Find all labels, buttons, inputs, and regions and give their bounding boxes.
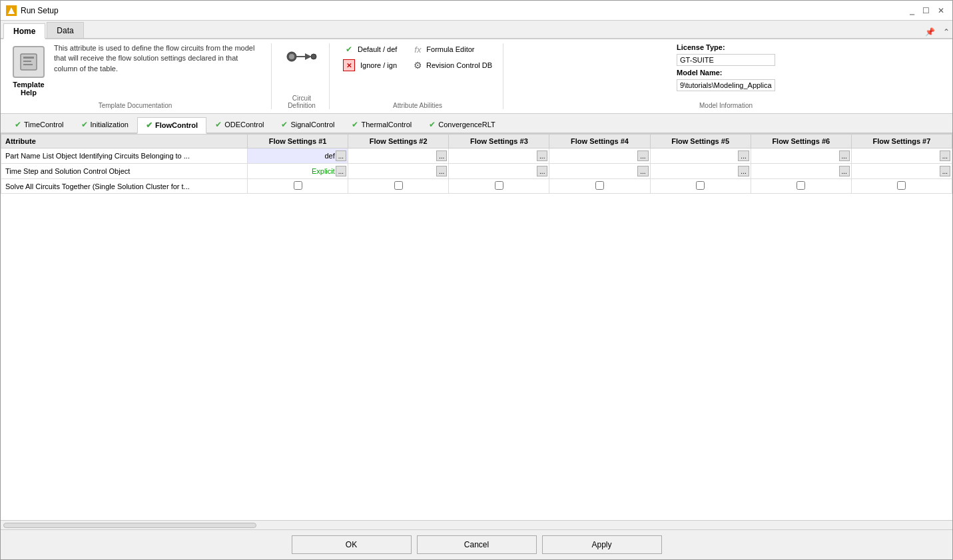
row2-col2-browse[interactable]: ... — [436, 166, 447, 176]
ribbon: TemplateHelp This attribute is used to d… — [1, 39, 952, 114]
row3-col6 — [751, 179, 851, 194]
subtab-flowcontrol[interactable]: ✔ FlowControl — [137, 117, 206, 134]
minimize-icon[interactable]: ⎯ — [907, 5, 917, 17]
cancel-button[interactable]: Cancel — [417, 535, 537, 554]
subtab-initialization[interactable]: ✔ Initialization — [73, 117, 137, 133]
apply-button[interactable]: Apply — [542, 535, 662, 554]
title-bar: Run Setup ⎯ ☐ ✕ — [1, 1, 952, 21]
col-header-1: Flow Settings #1 — [248, 135, 348, 148]
row3-col7 — [851, 179, 952, 194]
row3-col1 — [248, 179, 348, 194]
license-type-input[interactable] — [677, 54, 775, 66]
window-icon — [6, 5, 17, 16]
row3-col4-checkbox[interactable] — [595, 181, 604, 190]
row2-col5: ... — [650, 164, 751, 179]
row2-col7-browse[interactable]: ... — [940, 166, 950, 176]
row2-col4: ... — [549, 164, 650, 179]
row1-col6: ... — [751, 148, 851, 164]
subtab-timecontrol-check: ✔ — [15, 120, 21, 129]
subtab-signalcontrol[interactable]: ✔ SignalControl — [272, 117, 343, 133]
template-help-button[interactable]: TemplateHelp — [10, 43, 47, 99]
svg-rect-3 — [23, 61, 31, 62]
template-help-label: TemplateHelp — [13, 81, 44, 97]
row2-col6: ... — [751, 164, 851, 179]
row1-col5: ... — [650, 148, 751, 164]
row2-col1: Explicit ... — [248, 164, 348, 179]
ability-formula: fx Formula Editor — [412, 43, 474, 55]
row3-col6-checkbox[interactable] — [796, 181, 805, 190]
ok-button[interactable]: OK — [292, 535, 412, 554]
row3-attr: Solve All Circuits Together (Single Solu… — [1, 179, 248, 194]
attribute-abilities-label: Attribute Abilities — [393, 99, 442, 109]
row2-col4-browse[interactable]: ... — [637, 166, 648, 176]
col-header-2: Flow Settings #2 — [348, 135, 449, 148]
ability-revision: ⚙ Revision Control DB — [412, 59, 492, 71]
subtab-odecontrol[interactable]: ✔ ODEControl — [206, 117, 272, 133]
attribute-abilities: ✔ Default / def fx Formula Editor ✕ Igno… — [343, 43, 492, 71]
subtab-initialization-check: ✔ — [81, 120, 88, 129]
row3-col5-checkbox[interactable] — [696, 181, 705, 190]
row1-col7: ... — [851, 148, 952, 164]
col-header-6: Flow Settings #6 — [751, 135, 851, 148]
subtab-timecontrol[interactable]: ✔ TimeControl — [6, 117, 73, 133]
row2-col6-browse[interactable]: ... — [839, 166, 850, 176]
template-help-icon — [13, 46, 45, 78]
col-header-5: Flow Settings #5 — [650, 135, 751, 148]
row3-col7-checkbox[interactable] — [897, 181, 906, 190]
subtab-thermalcontrol-check: ✔ — [352, 120, 358, 129]
formula-icon: fx — [412, 43, 424, 55]
subtab-thermalcontrol[interactable]: ✔ ThermalControl — [343, 117, 420, 133]
bottom-bar: OK Cancel Apply — [1, 529, 952, 559]
collapse-icon[interactable]: ⌃ — [940, 26, 952, 38]
horizontal-scrollbar[interactable] — [1, 520, 952, 529]
pin-icon[interactable]: 📌 — [922, 26, 938, 38]
svg-rect-4 — [23, 64, 33, 65]
subtab-convergencerlt[interactable]: ✔ ConvergenceRLT — [420, 117, 503, 133]
revision-gear-icon: ⚙ — [412, 59, 424, 71]
row1-col1-browse[interactable]: ... — [336, 150, 346, 161]
row1-col5-browse[interactable]: ... — [738, 150, 749, 161]
tab-home[interactable]: Home — [3, 23, 45, 39]
svg-rect-2 — [23, 57, 34, 59]
tab-data[interactable]: Data — [47, 22, 83, 38]
col-header-7: Flow Settings #7 — [851, 135, 952, 148]
close-icon[interactable]: ✕ — [935, 5, 947, 17]
row2-col1-browse[interactable]: ... — [336, 166, 346, 176]
row3-col3 — [449, 179, 549, 194]
maximize-icon[interactable]: ☐ — [920, 5, 932, 17]
svg-point-6 — [289, 54, 294, 59]
table-row: Solve All Circuits Together (Single Solu… — [1, 179, 952, 194]
template-doc-label: Template Documentation — [99, 99, 172, 109]
row1-col7-browse[interactable]: ... — [940, 150, 950, 161]
row3-col2-checkbox[interactable] — [394, 181, 403, 190]
window-controls: ⎯ ☐ ✕ — [907, 5, 947, 17]
row2-attr: Time Step and Solution Control Object — [1, 164, 248, 179]
ability-row-1: ✔ Default / def fx Formula Editor — [343, 43, 492, 55]
default-check-icon: ✔ — [343, 43, 355, 55]
row1-attr: Part Name List Object Identifying Circui… — [1, 148, 248, 164]
model-name-input[interactable] — [677, 79, 775, 91]
scroll-track[interactable] — [3, 523, 256, 528]
row3-col3-checkbox[interactable] — [495, 181, 503, 190]
window-title: Run Setup — [21, 6, 59, 15]
row2-col5-browse[interactable]: ... — [738, 166, 749, 176]
row1-col2-browse[interactable]: ... — [436, 150, 447, 161]
circuit-def-label: Circuit Definition — [288, 92, 316, 109]
row3-col1-checkbox[interactable] — [294, 181, 302, 190]
table-container: Attribute Flow Settings #1 Flow Settings… — [1, 134, 952, 520]
ability-row-2: ✕ Ignore / ign ⚙ Revision Control DB — [343, 59, 492, 71]
col-header-4: Flow Settings #4 — [549, 135, 650, 148]
row1-col2: ... — [348, 148, 449, 164]
model-info: License Type: Model Name: — [677, 43, 775, 99]
row1-col6-browse[interactable]: ... — [839, 150, 850, 161]
col-header-attribute: Attribute — [1, 135, 248, 148]
ability-default: ✔ Default / def — [343, 43, 397, 55]
row1-col3-browse[interactable]: ... — [537, 150, 547, 161]
svg-marker-0 — [8, 7, 15, 14]
table-row: Time Step and Solution Control Object Ex… — [1, 164, 952, 179]
flow-settings-table: Attribute Flow Settings #1 Flow Settings… — [1, 134, 952, 194]
ribbon-section-model-info: License Type: Model Name: Model Informat… — [514, 43, 946, 109]
row1-col4-browse[interactable]: ... — [637, 150, 648, 161]
license-type-label: License Type: — [677, 43, 775, 51]
row2-col3-browse[interactable]: ... — [537, 166, 547, 176]
